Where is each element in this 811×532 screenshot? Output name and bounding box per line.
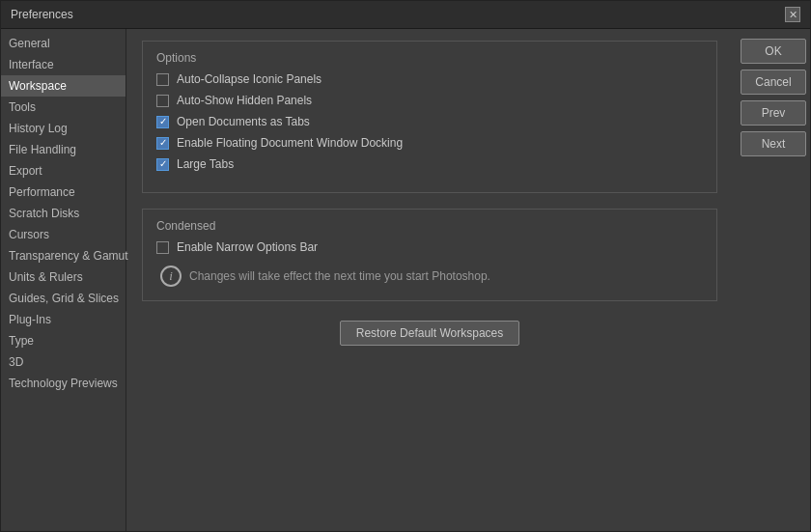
info-icon: i <box>160 266 182 287</box>
sidebar-item-file-handling[interactable]: File Handling <box>1 139 126 160</box>
checkbox-auto-collapse[interactable] <box>156 73 169 86</box>
dialog-body: GeneralInterfaceWorkspaceToolsHistory Lo… <box>1 29 810 531</box>
option-floating-doc-label[interactable]: Enable Floating Document Window Docking <box>177 136 403 150</box>
option-open-docs: Open Documents as Tabs <box>156 115 703 128</box>
option-auto-collapse-label[interactable]: Auto-Collapse Iconic Panels <box>177 72 322 86</box>
sidebar-item-type[interactable]: Type <box>1 330 126 351</box>
sidebar-item-scratch-disks[interactable]: Scratch Disks <box>1 203 126 224</box>
condensed-section: Condensed Enable Narrow Options Bar i Ch… <box>142 209 717 301</box>
sidebar-item-tools[interactable]: Tools <box>1 97 126 118</box>
option-large-tabs-label[interactable]: Large Tabs <box>177 157 234 171</box>
sidebar-item-workspace[interactable]: Workspace <box>1 75 126 97</box>
ok-button[interactable]: OK <box>741 39 806 64</box>
main-content: Options Auto-Collapse Iconic Panels Auto… <box>126 29 733 531</box>
sidebar-item-general[interactable]: General <box>1 33 126 54</box>
dialog-title: Preferences <box>11 8 73 21</box>
sidebar-item-technology-previews[interactable]: Technology Previews <box>1 373 126 394</box>
sidebar-item-transparency--gamut[interactable]: Transparency & Gamut <box>1 245 126 266</box>
sidebar-item-guides-grid--slices[interactable]: Guides, Grid & Slices <box>1 288 126 309</box>
sidebar-item-units--rulers[interactable]: Units & Rulers <box>1 266 126 288</box>
condensed-label: Condensed <box>156 219 703 233</box>
cancel-button[interactable]: Cancel <box>741 70 806 95</box>
checkbox-narrow-bar[interactable] <box>156 241 169 254</box>
option-narrow-bar: Enable Narrow Options Bar <box>156 240 703 254</box>
option-large-tabs: Large Tabs <box>156 157 703 171</box>
restore-btn-row: Restore Default Workspaces <box>142 321 717 346</box>
sidebar-item-export[interactable]: Export <box>1 160 126 182</box>
next-button[interactable]: Next <box>741 131 806 156</box>
option-auto-show-label[interactable]: Auto-Show Hidden Panels <box>177 94 312 107</box>
sidebar: GeneralInterfaceWorkspaceToolsHistory Lo… <box>1 29 126 531</box>
info-text: Changes will take effect the next time y… <box>189 269 490 283</box>
checkbox-auto-show[interactable] <box>156 95 169 107</box>
checkbox-open-docs[interactable] <box>156 116 169 128</box>
options-section: Options Auto-Collapse Iconic Panels Auto… <box>142 41 717 193</box>
sidebar-item-interface[interactable]: Interface <box>1 54 126 75</box>
sidebar-item-plug-ins[interactable]: Plug-Ins <box>1 309 126 330</box>
option-floating-doc: Enable Floating Document Window Docking <box>156 136 703 150</box>
options-label: Options <box>156 51 703 65</box>
option-open-docs-label[interactable]: Open Documents as Tabs <box>177 115 310 128</box>
buttons-panel: OK Cancel Prev Next <box>733 29 810 531</box>
prev-button[interactable]: Prev <box>741 100 806 126</box>
checkbox-floating-doc[interactable] <box>156 137 169 150</box>
sidebar-item-3d[interactable]: 3D <box>1 351 126 373</box>
option-auto-collapse: Auto-Collapse Iconic Panels <box>156 72 703 86</box>
checkbox-large-tabs[interactable] <box>156 158 169 171</box>
option-narrow-bar-label[interactable]: Enable Narrow Options Bar <box>177 240 318 254</box>
sidebar-item-performance[interactable]: Performance <box>1 182 126 203</box>
preferences-dialog: Preferences ✕ GeneralInterfaceWorkspaceT… <box>0 0 811 532</box>
title-bar: Preferences ✕ <box>1 1 810 29</box>
info-row: i Changes will take effect the next time… <box>160 266 703 287</box>
sidebar-item-history-log[interactable]: History Log <box>1 118 126 139</box>
option-auto-show: Auto-Show Hidden Panels <box>156 94 703 107</box>
close-button[interactable]: ✕ <box>785 7 800 22</box>
sidebar-item-cursors[interactable]: Cursors <box>1 224 126 245</box>
restore-default-workspaces-button[interactable]: Restore Default Workspaces <box>340 321 520 346</box>
